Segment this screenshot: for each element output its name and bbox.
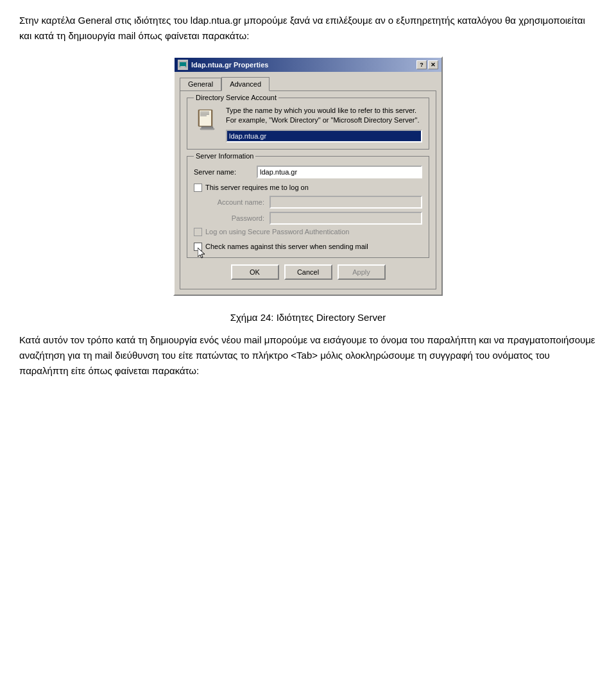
directory-name-input[interactable] bbox=[226, 130, 422, 142]
cancel-button[interactable]: Cancel bbox=[284, 264, 332, 280]
svg-rect-3 bbox=[182, 67, 184, 67]
password-row: Password: bbox=[207, 212, 422, 225]
account-name-input bbox=[270, 196, 422, 209]
figure-caption: Σχήμα 24: Ιδιότητες Directory Server bbox=[19, 312, 597, 323]
directory-service-section: Directory Service Account bbox=[187, 98, 429, 150]
dialog-content: General Advanced Directory Service Accou… bbox=[175, 72, 441, 295]
server-name-row: Server name: bbox=[194, 166, 422, 178]
account-name-row: Account name: bbox=[207, 196, 422, 209]
dialog-icon bbox=[178, 60, 188, 70]
footer-paragraph: Κατά αυτόν τον τρόπο κατά τη δημιουργία … bbox=[19, 332, 597, 379]
require-logon-row: This server requires me to log on bbox=[194, 184, 422, 192]
ok-button[interactable]: OK bbox=[231, 264, 279, 280]
password-label: Password: bbox=[207, 214, 264, 222]
check-names-label: Check names against this server when sen… bbox=[205, 243, 368, 250]
help-button[interactable]: ? bbox=[416, 60, 427, 69]
require-logon-label: This server requires me to log on bbox=[205, 184, 309, 191]
tab-general[interactable]: General bbox=[180, 78, 221, 90]
account-name-label: Account name: bbox=[207, 198, 264, 206]
svg-rect-9 bbox=[200, 114, 209, 115]
svg-rect-1 bbox=[180, 62, 186, 67]
tab-advanced[interactable]: Advanced bbox=[221, 77, 270, 91]
check-names-row: Check names against this server when sen… bbox=[194, 243, 422, 251]
secure-password-checkbox bbox=[194, 228, 202, 236]
secure-password-label: Log on using Secure Password Authenticat… bbox=[205, 228, 349, 236]
svg-rect-2 bbox=[180, 66, 185, 67]
svg-rect-12 bbox=[200, 128, 214, 130]
svg-rect-8 bbox=[200, 113, 209, 114]
directory-service-inner: Type the name by which you would like to… bbox=[194, 106, 422, 142]
titlebar-buttons: ? ✕ bbox=[416, 60, 438, 69]
indent-section: Account name: Password: bbox=[207, 196, 422, 225]
server-name-label: Server name: bbox=[194, 168, 252, 176]
svg-rect-7 bbox=[200, 112, 209, 112]
server-information-section: Server Information Server name: This ser… bbox=[187, 156, 429, 258]
server-info-content: Server name: This server requires me to … bbox=[194, 166, 422, 251]
password-input bbox=[270, 212, 422, 225]
dialog-title: ldap.ntua.gr Properties bbox=[191, 61, 268, 69]
directory-service-label: Directory Service Account bbox=[194, 94, 278, 101]
intro-paragraph: Στην καρτέλα General στις ιδιότητες του … bbox=[19, 13, 597, 44]
tabs-bar: General Advanced bbox=[180, 77, 436, 90]
properties-dialog: ldap.ntua.gr Properties ? ✕ General Adva… bbox=[173, 56, 443, 296]
check-names-checkbox[interactable] bbox=[194, 243, 202, 251]
book-icon bbox=[194, 106, 221, 133]
dialog-titlebar: ldap.ntua.gr Properties ? ✕ bbox=[175, 58, 441, 72]
tab-panel: Directory Service Account bbox=[180, 90, 436, 289]
server-information-label: Server Information bbox=[194, 152, 255, 160]
dialog-wrapper: ldap.ntua.gr Properties ? ✕ General Adva… bbox=[19, 56, 597, 296]
require-logon-checkbox[interactable] bbox=[194, 184, 202, 192]
server-name-input[interactable] bbox=[257, 166, 422, 178]
svg-rect-4 bbox=[181, 67, 185, 68]
directory-service-content: Type the name by which you would like to… bbox=[226, 106, 422, 142]
directory-service-description: Type the name by which you would like to… bbox=[226, 106, 422, 126]
close-button[interactable]: ✕ bbox=[428, 60, 438, 69]
svg-rect-6 bbox=[200, 110, 211, 126]
dialog-buttons: OK Cancel Apply bbox=[187, 264, 429, 282]
svg-rect-10 bbox=[200, 116, 207, 116]
secure-password-row: Log on using Secure Password Authenticat… bbox=[194, 228, 422, 236]
titlebar-left: ldap.ntua.gr Properties bbox=[178, 60, 268, 70]
apply-button[interactable]: Apply bbox=[338, 264, 386, 280]
